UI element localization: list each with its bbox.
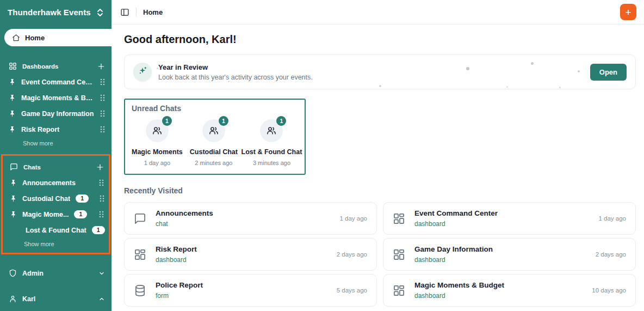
topbar-divider [136,8,137,16]
drag-handle-icon[interactable] [100,195,104,202]
sidebar-section-label: Dashboards [22,63,92,70]
drag-handle-icon[interactable] [99,211,104,218]
recent-card-game-day-information[interactable]: Game Day Information dashboard 2 days ag… [383,238,636,271]
open-year-in-review-button[interactable]: Open [590,64,627,81]
sidebar-item-magic-moments-budget[interactable]: Magic Moments & Budget [0,90,112,106]
workspace-title: Thunderhawk Events [8,8,91,17]
sparkles-icon [138,66,147,78]
sidebar-item-lost-found-chat[interactable]: Lost & Found Chat 1 [3,222,109,238]
dashboard-icon [393,212,405,225]
recent-card-event-command-center[interactable]: Event Command Center dashboard 1 day ago [383,202,636,235]
card-text: Risk Report dashboard [156,245,197,264]
sidebar-item-magic-moments-chat[interactable]: Magic Mome... 1 [3,206,109,222]
unread-chat-magic-moments[interactable]: 1 Magic Moments 1 day ago [132,119,183,166]
sidebar-item-game-day-information[interactable]: Game Day Information [0,106,112,121]
sidebar-header: Thunderhawk Events [0,0,112,21]
sidebar-item-label: Custodial Chat [22,195,70,203]
chat-timestamp: 3 minutes ago [253,160,290,166]
sidebar-section-chats-header[interactable]: Chats [3,159,109,175]
drag-handle-icon[interactable] [100,110,105,117]
chats-show-more[interactable]: Show more [3,238,109,248]
card-title: Game Day Information [414,245,493,253]
sidebar-item-label: Admin [22,270,93,277]
sidebar-item-event-command-center[interactable]: Event Command Center [0,74,112,90]
drag-handle-icon[interactable] [99,179,104,186]
drag-handle-icon[interactable] [100,78,105,86]
sidebar-item-home[interactable]: Home [4,29,112,46]
unread-count-badge: 1 [92,226,105,234]
year-in-review-subtitle: Look back at this year's activity across… [158,74,313,81]
pin-icon [9,94,16,101]
sidebar-section-dashboards-header[interactable]: Dashboards [0,58,112,74]
sidebar-item-label: Game Day Information [21,110,95,118]
pin-icon [10,195,17,202]
sidebar-section-label: Chats [23,164,91,170]
chat-bubble-icon [10,163,18,171]
add-button[interactable]: + [620,4,636,20]
dashboard-icon [134,248,146,261]
card-title: Magic Moments & Budget [414,281,504,289]
sidebar-item-risk-report[interactable]: Risk Report [0,121,112,137]
unread-count-badge: 1 [162,116,172,126]
card-type: dashboard [414,292,504,300]
unread-chats-heading: Unread Chats [132,104,298,113]
drag-handle-icon[interactable] [100,94,105,101]
recent-card-announcements[interactable]: Announcements chat 1 day ago [124,202,377,235]
card-title: Risk Report [156,245,197,253]
sidebar-item-label: Announcements [22,179,94,187]
breadcrumb[interactable]: Home [143,8,163,16]
sidebar-section-dashboards: Dashboards Event Command Center Magic Mo… [0,58,112,148]
unread-chat-custodial-chat[interactable]: 1 Custodial Chat 2 minutes ago [190,119,238,166]
sidebar-item-admin[interactable]: Admin [0,265,112,281]
recent-card-police-report[interactable]: Police Report form 5 days ago [124,274,377,307]
sidebar-item-user[interactable]: Karl [0,291,112,307]
sidebar-item-announcements[interactable]: Announcements [3,175,109,191]
chat-timestamp: 1 day ago [144,160,170,166]
unread-count-badge: 1 [219,116,228,126]
page-content: Good afternoon, Karl! Year in R [112,25,644,307]
dashboard-icon [393,284,405,297]
workspace-switcher-icon[interactable] [96,8,104,17]
confetti-dot [228,81,230,82]
recent-card-risk-report[interactable]: Risk Report dashboard 2 days ago [124,238,377,271]
confetti-dot [466,67,469,70]
card-text: Magic Moments & Budget dashboard [414,281,504,300]
sidebar-toggle-icon[interactable] [120,8,129,17]
confetti-dot [379,85,381,87]
drag-handle-icon[interactable] [100,126,105,133]
sidebar-item-label: Event Command Center [21,78,95,86]
card-timestamp: 5 days ago [337,287,367,294]
main-area: Home + Good afternoon, Karl! [112,0,644,311]
year-in-review-avatar [133,63,152,81]
unread-chat-lost-found-chat[interactable]: 1 Lost & Found Chat 3 minutes ago [245,119,299,166]
confetti-dot [506,86,508,88]
card-type: chat [156,220,213,228]
sidebar-item-home-label: Home [25,34,45,42]
dashboards-show-more[interactable]: Show more [0,137,112,148]
sidebar-spacer [0,281,112,291]
avatar: 1 [260,119,283,142]
year-in-review-text: Year in Review Look back at this year's … [158,63,313,81]
pin-icon [9,110,16,117]
card-text: Announcements chat [156,209,213,228]
card-type: dashboard [156,256,197,264]
confetti-dot [559,87,561,88]
chat-timestamp: 2 minutes ago [195,160,232,166]
add-dashboard-button[interactable] [97,63,105,70]
card-text: Police Report form [156,281,203,300]
chat-name: Lost & Found Chat [242,148,302,156]
card-title: Announcements [156,209,213,217]
recently-visited-heading: Recently Visited [124,186,636,195]
avatar: 1 [146,119,169,142]
card-timestamp: 10 days ago [592,287,626,294]
add-chat-button[interactable] [96,163,104,171]
sidebar-item-custodial-chat[interactable]: Custodial Chat 1 [3,191,109,206]
chevron-down-icon [98,270,105,277]
confetti-dot [157,68,158,69]
recent-card-magic-moments-budget[interactable]: Magic Moments & Budget dashboard 10 days… [383,274,636,307]
page-title: Good afternoon, Karl! [124,33,636,46]
sidebar-item-label: Magic Moments & Budget [21,94,95,102]
card-text: Game Day Information dashboard [414,245,493,264]
database-icon [134,284,146,297]
sidebar-item-label: Lost & Found Chat [26,227,86,234]
